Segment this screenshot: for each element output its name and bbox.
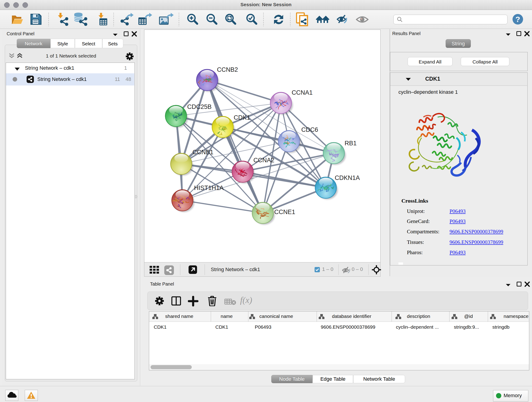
svg-text:RB1: RB1: [345, 140, 357, 147]
svg-text:CCNA2: CCNA2: [253, 157, 274, 164]
svg-text:CDK1: CDK1: [234, 114, 250, 121]
svg-text:CDC25B: CDC25B: [187, 103, 212, 110]
svg-text:CCNE1: CCNE1: [274, 209, 295, 216]
svg-text:HIST1H1A: HIST1H1A: [194, 185, 224, 191]
svg-text:CCNB1: CCNB1: [192, 149, 214, 156]
svg-text:CCNA1: CCNA1: [292, 89, 313, 96]
svg-text:CDC6: CDC6: [301, 126, 318, 133]
svg-text:CDKN1A: CDKN1A: [335, 174, 360, 181]
svg-text:CCNB2: CCNB2: [217, 66, 238, 73]
